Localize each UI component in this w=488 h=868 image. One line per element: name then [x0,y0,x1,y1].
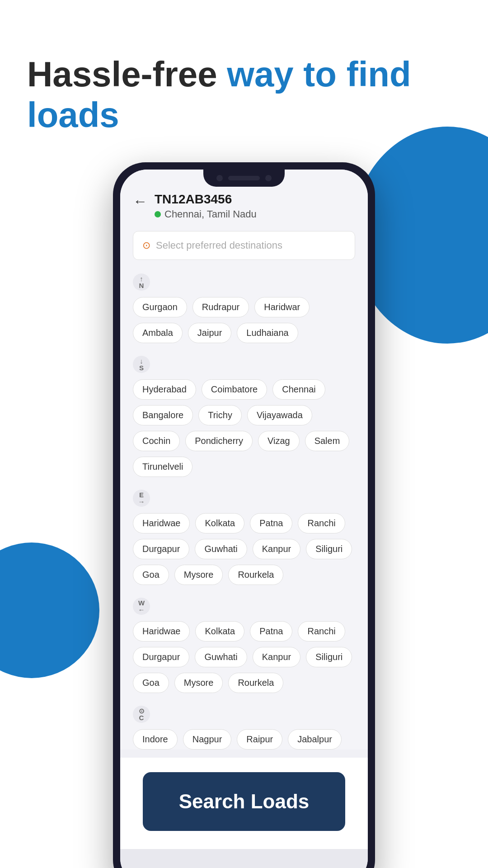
chip-patna[interactable]: Patna [250,621,292,642]
search-placeholder: Select preferred destinations [156,240,282,251]
chip-haridwae[interactable]: Haridwae [133,513,190,533]
chip-hyderabad[interactable]: Hyderabad [133,379,196,400]
headline-part1: Hassle-free [27,54,227,94]
central-direction-icon: ⊙C [133,706,150,723]
location-dot [155,211,161,217]
chip-mysore[interactable]: Mysore [174,565,223,585]
chip-durgapur[interactable]: Durgapur [133,647,189,667]
chips-row-north: GurgaonRudrapurHaridwarAmbalaJaipurLudha… [133,297,355,343]
location-text: Chennai, Tamil Nadu [164,208,257,220]
chip-haridwar[interactable]: Haridwar [254,297,310,317]
back-button[interactable]: ← [133,194,147,208]
chip-ranchi[interactable]: Ranchi [298,513,345,533]
chip-mysore[interactable]: Mysore [174,673,223,693]
direction-header-north: ↑N [133,274,355,291]
chip-chennai[interactable]: Chennai [272,379,325,400]
chip-vizag[interactable]: Vizag [258,431,300,451]
chip-guwhati[interactable]: Guwhati [195,539,247,559]
direction-header-central: ⊙C [133,706,355,723]
direction-section-east: E→HaridwaeKolkataPatnaRanchiDurgapurGuwh… [133,490,355,585]
notch-speaker [228,176,260,180]
chip-cochin[interactable]: Cochin [133,431,180,451]
screen-header: ← TN12AB3456 Chennai, Tamil Nadu [133,192,355,220]
chip-jaipur[interactable]: Jaipur [188,323,231,343]
chip-kanpur[interactable]: Kanpur [253,539,301,559]
chip-rudrapur[interactable]: Rudrapur [192,297,249,317]
chip-rourkela[interactable]: Rourkela [228,565,283,585]
chips-row-west: HaridwaeKolkataPatnaRanchiDurgapurGuwhat… [133,621,355,693]
chip-raipur[interactable]: Raipur [237,729,282,750]
west-direction-icon: W← [133,598,150,615]
chip-gurgaon[interactable]: Gurgaon [133,297,187,317]
chip-kolkata[interactable]: Kolkata [195,513,244,533]
chip-salem[interactable]: Salem [305,431,350,451]
chip-jabalpur[interactable]: Jabalpur [288,729,342,750]
chip-bangalore[interactable]: Bangalore [133,405,193,425]
notch-sensor [265,175,272,181]
direction-section-central: ⊙CIndoreNagpurRaipurJabalpur [133,706,355,750]
chip-guwhati[interactable]: Guwhati [195,647,247,667]
direction-section-west: W←HaridwaeKolkataPatnaRanchiDurgapurGuwh… [133,598,355,693]
direction-section-north: ↑NGurgaonRudrapurHaridwarAmbalaJaipurLud… [133,274,355,343]
chip-goa[interactable]: Goa [133,565,169,585]
direction-section-south: ↓SHyderabadCoimbatoreChennaiBangaloreTri… [133,356,355,477]
chip-goa[interactable]: Goa [133,673,169,693]
chip-siliguri[interactable]: Siliguri [306,539,352,559]
east-direction-icon: E→ [133,490,150,507]
north-direction-icon: ↑N [133,274,150,291]
vehicle-plate: TN12AB3456 [155,192,257,207]
pin-icon: ⊙ [142,240,150,251]
chip-kanpur[interactable]: Kanpur [253,647,301,667]
chip-pondicherry[interactable]: Pondicherry [185,431,253,451]
chips-row-central: IndoreNagpurRaipurJabalpur [133,729,355,750]
chip-siliguri[interactable]: Siliguri [306,647,352,667]
headline-text: Hassle-free way to find loads [27,54,461,135]
chips-row-east: HaridwaeKolkataPatnaRanchiDurgapurGuwhat… [133,513,355,585]
direction-header-east: E→ [133,490,355,507]
search-loads-button[interactable]: Search Loads [143,772,345,831]
destination-search-box[interactable]: ⊙ Select preferred destinations [133,231,355,260]
chip-haridwae[interactable]: Haridwae [133,621,190,642]
south-direction-icon: ↓S [133,356,150,373]
chip-ranchi[interactable]: Ranchi [298,621,345,642]
bottom-hint [120,849,368,868]
vehicle-info: TN12AB3456 Chennai, Tamil Nadu [155,192,257,220]
headline-section: Hassle-free way to find loads [0,0,488,135]
chip-rourkela[interactable]: Rourkela [228,673,283,693]
bottom-bar: Search Loads [120,758,368,849]
notch-camera [216,175,223,181]
vehicle-location: Chennai, Tamil Nadu [155,208,257,220]
chip-tirunelveli[interactable]: Tirunelveli [133,457,192,477]
phone-wrapper: ← TN12AB3456 Chennai, Tamil Nadu ⊙ Selec… [0,162,488,868]
chip-patna[interactable]: Patna [250,513,292,533]
screen-content: ← TN12AB3456 Chennai, Tamil Nadu ⊙ Selec… [120,170,368,750]
chip-trichy[interactable]: Trichy [198,405,242,425]
phone-notch [203,170,285,187]
direction-header-west: W← [133,598,355,615]
chip-nagpur[interactable]: Nagpur [183,729,232,750]
chip-ambala[interactable]: Ambala [133,323,183,343]
chip-durgapur[interactable]: Durgapur [133,539,189,559]
directions-container: ↑NGurgaonRudrapurHaridwarAmbalaJaipurLud… [133,274,355,750]
chip-kolkata[interactable]: Kolkata [195,621,244,642]
chip-indore[interactable]: Indore [133,729,178,750]
phone-screen: ← TN12AB3456 Chennai, Tamil Nadu ⊙ Selec… [120,170,368,868]
chips-row-south: HyderabadCoimbatoreChennaiBangaloreTrich… [133,379,355,477]
chip-ludhaiana[interactable]: Ludhaiana [237,323,298,343]
chip-vijayawada[interactable]: Vijayawada [247,405,312,425]
chip-coimbatore[interactable]: Coimbatore [202,379,267,400]
phone-mockup: ← TN12AB3456 Chennai, Tamil Nadu ⊙ Selec… [113,162,375,868]
direction-header-south: ↓S [133,356,355,373]
